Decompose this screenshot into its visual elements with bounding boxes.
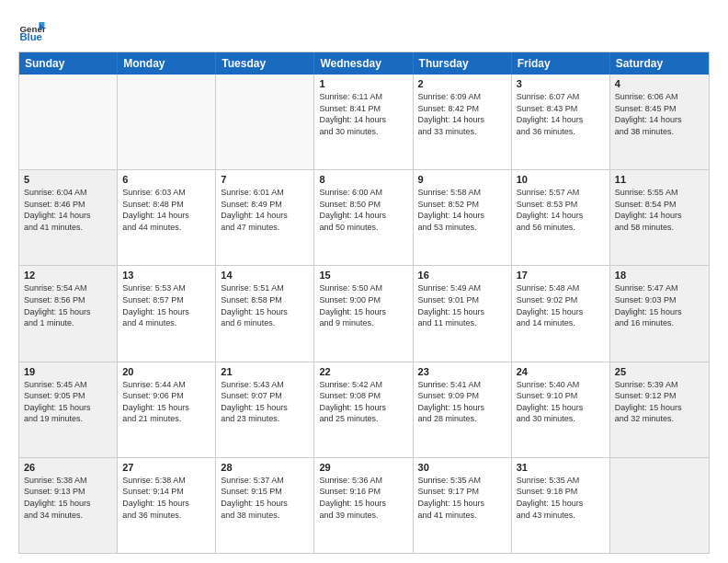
header-day-thursday: Thursday	[414, 52, 512, 75]
day-number: 16	[418, 270, 506, 281]
day-number: 12	[24, 270, 112, 281]
week-row-5: 26Sunrise: 5:38 AM Sunset: 9:13 PM Dayli…	[19, 458, 709, 553]
day-number: 30	[418, 462, 506, 473]
day-info: Sunrise: 5:43 AM Sunset: 9:07 PM Dayligh…	[221, 379, 309, 425]
day-cell-13: 13Sunrise: 5:53 AM Sunset: 8:57 PM Dayli…	[118, 266, 216, 361]
day-number: 1	[319, 78, 407, 89]
day-info: Sunrise: 5:55 AM Sunset: 8:54 PM Dayligh…	[615, 187, 704, 233]
day-info: Sunrise: 5:37 AM Sunset: 9:15 PM Dayligh…	[221, 475, 309, 521]
day-info: Sunrise: 5:48 AM Sunset: 9:02 PM Dayligh…	[517, 282, 605, 328]
day-number: 11	[615, 174, 704, 185]
day-info: Sunrise: 5:38 AM Sunset: 9:13 PM Dayligh…	[24, 475, 112, 521]
calendar: SundayMondayTuesdayWednesdayThursdayFrid…	[18, 52, 710, 554]
day-info: Sunrise: 6:03 AM Sunset: 8:48 PM Dayligh…	[122, 187, 210, 233]
day-number: 8	[319, 174, 407, 185]
day-cell-14: 14Sunrise: 5:51 AM Sunset: 8:58 PM Dayli…	[216, 266, 314, 361]
day-number: 13	[122, 270, 210, 281]
day-number: 2	[418, 78, 506, 89]
day-cell-31: 31Sunrise: 5:35 AM Sunset: 9:18 PM Dayli…	[512, 458, 610, 553]
day-number: 7	[221, 174, 309, 185]
day-number: 6	[122, 174, 210, 185]
day-cell-3: 3Sunrise: 6:07 AM Sunset: 8:43 PM Daylig…	[512, 75, 610, 169]
day-number: 14	[221, 270, 309, 281]
day-info: Sunrise: 5:54 AM Sunset: 8:56 PM Dayligh…	[24, 282, 112, 328]
day-info: Sunrise: 5:49 AM Sunset: 9:01 PM Dayligh…	[418, 282, 506, 328]
day-number: 10	[517, 174, 605, 185]
day-number: 26	[24, 462, 112, 473]
day-number: 27	[122, 462, 210, 473]
day-number: 31	[517, 462, 605, 473]
day-cell-30: 30Sunrise: 5:35 AM Sunset: 9:17 PM Dayli…	[414, 458, 512, 553]
day-cell-29: 29Sunrise: 5:36 AM Sunset: 9:16 PM Dayli…	[314, 458, 413, 553]
day-cell-4: 4Sunrise: 6:06 AM Sunset: 8:45 PM Daylig…	[610, 75, 709, 169]
day-number: 28	[221, 462, 309, 473]
day-number: 24	[517, 366, 605, 377]
day-info: Sunrise: 5:40 AM Sunset: 9:10 PM Dayligh…	[517, 379, 605, 425]
day-info: Sunrise: 5:50 AM Sunset: 9:00 PM Dayligh…	[319, 282, 407, 328]
header-day-wednesday: Wednesday	[314, 52, 413, 75]
header-day-friday: Friday	[512, 52, 610, 75]
day-info: Sunrise: 5:47 AM Sunset: 9:03 PM Dayligh…	[615, 282, 704, 328]
day-info: Sunrise: 5:45 AM Sunset: 9:05 PM Dayligh…	[24, 379, 112, 425]
day-info: Sunrise: 5:35 AM Sunset: 9:18 PM Dayligh…	[517, 475, 605, 521]
day-number: 3	[517, 78, 605, 89]
day-info: Sunrise: 6:00 AM Sunset: 8:50 PM Dayligh…	[319, 187, 407, 233]
day-number: 20	[122, 366, 210, 377]
day-number: 23	[418, 366, 506, 377]
day-cell-5: 5Sunrise: 6:04 AM Sunset: 8:46 PM Daylig…	[19, 170, 118, 265]
page: General Blue SundayMondayTuesdayWednesda…	[0, 0, 728, 563]
header-day-sunday: Sunday	[19, 52, 118, 75]
week-row-1: 1Sunrise: 6:11 AM Sunset: 8:41 PM Daylig…	[19, 75, 709, 170]
day-info: Sunrise: 5:39 AM Sunset: 9:12 PM Dayligh…	[615, 379, 704, 425]
day-cell-1: 1Sunrise: 6:11 AM Sunset: 8:41 PM Daylig…	[314, 75, 413, 169]
day-cell-26: 26Sunrise: 5:38 AM Sunset: 9:13 PM Dayli…	[19, 458, 118, 553]
calendar-body: 1Sunrise: 6:11 AM Sunset: 8:41 PM Daylig…	[19, 75, 709, 553]
logo-icon: General Blue	[18, 17, 46, 44]
logo: General Blue	[18, 17, 46, 44]
day-info: Sunrise: 6:01 AM Sunset: 8:49 PM Dayligh…	[221, 187, 309, 233]
day-cell-2: 2Sunrise: 6:09 AM Sunset: 8:42 PM Daylig…	[414, 75, 512, 169]
day-number: 17	[517, 270, 605, 281]
day-info: Sunrise: 5:44 AM Sunset: 9:06 PM Dayligh…	[122, 379, 210, 425]
day-cell-11: 11Sunrise: 5:55 AM Sunset: 8:54 PM Dayli…	[610, 170, 709, 265]
day-cell-17: 17Sunrise: 5:48 AM Sunset: 9:02 PM Dayli…	[512, 266, 610, 361]
calendar-header: SundayMondayTuesdayWednesdayThursdayFrid…	[19, 52, 709, 75]
day-cell-23: 23Sunrise: 5:41 AM Sunset: 9:09 PM Dayli…	[414, 362, 512, 457]
day-cell-20: 20Sunrise: 5:44 AM Sunset: 9:06 PM Dayli…	[118, 362, 216, 457]
day-number: 5	[24, 174, 112, 185]
header-day-monday: Monday	[118, 52, 216, 75]
day-cell-empty	[118, 75, 216, 169]
day-info: Sunrise: 5:53 AM Sunset: 8:57 PM Dayligh…	[122, 282, 210, 328]
svg-text:Blue: Blue	[20, 31, 42, 42]
day-cell-24: 24Sunrise: 5:40 AM Sunset: 9:10 PM Dayli…	[512, 362, 610, 457]
day-info: Sunrise: 6:11 AM Sunset: 8:41 PM Dayligh…	[319, 91, 407, 137]
day-cell-empty	[216, 75, 314, 169]
day-info: Sunrise: 5:51 AM Sunset: 8:58 PM Dayligh…	[221, 282, 309, 328]
day-number: 22	[319, 366, 407, 377]
day-cell-18: 18Sunrise: 5:47 AM Sunset: 9:03 PM Dayli…	[610, 266, 709, 361]
day-cell-7: 7Sunrise: 6:01 AM Sunset: 8:49 PM Daylig…	[216, 170, 314, 265]
day-info: Sunrise: 5:57 AM Sunset: 8:53 PM Dayligh…	[517, 187, 605, 233]
day-number: 15	[319, 270, 407, 281]
day-number: 29	[319, 462, 407, 473]
day-number: 25	[615, 366, 704, 377]
header: General Blue	[18, 17, 710, 44]
day-cell-22: 22Sunrise: 5:42 AM Sunset: 9:08 PM Dayli…	[314, 362, 413, 457]
day-info: Sunrise: 5:38 AM Sunset: 9:14 PM Dayligh…	[122, 475, 210, 521]
day-info: Sunrise: 5:58 AM Sunset: 8:52 PM Dayligh…	[418, 187, 506, 233]
header-day-tuesday: Tuesday	[216, 52, 314, 75]
day-cell-19: 19Sunrise: 5:45 AM Sunset: 9:05 PM Dayli…	[19, 362, 118, 457]
day-info: Sunrise: 5:35 AM Sunset: 9:17 PM Dayligh…	[418, 475, 506, 521]
day-number: 19	[24, 366, 112, 377]
day-number: 4	[615, 78, 704, 89]
day-info: Sunrise: 6:06 AM Sunset: 8:45 PM Dayligh…	[615, 91, 704, 137]
day-cell-28: 28Sunrise: 5:37 AM Sunset: 9:15 PM Dayli…	[216, 458, 314, 553]
day-info: Sunrise: 5:42 AM Sunset: 9:08 PM Dayligh…	[319, 379, 407, 425]
week-row-3: 12Sunrise: 5:54 AM Sunset: 8:56 PM Dayli…	[19, 266, 709, 362]
week-row-2: 5Sunrise: 6:04 AM Sunset: 8:46 PM Daylig…	[19, 170, 709, 266]
day-number: 9	[418, 174, 506, 185]
day-cell-16: 16Sunrise: 5:49 AM Sunset: 9:01 PM Dayli…	[414, 266, 512, 361]
day-info: Sunrise: 5:36 AM Sunset: 9:16 PM Dayligh…	[319, 475, 407, 521]
day-info: Sunrise: 6:07 AM Sunset: 8:43 PM Dayligh…	[517, 91, 605, 137]
header-day-saturday: Saturday	[610, 52, 709, 75]
